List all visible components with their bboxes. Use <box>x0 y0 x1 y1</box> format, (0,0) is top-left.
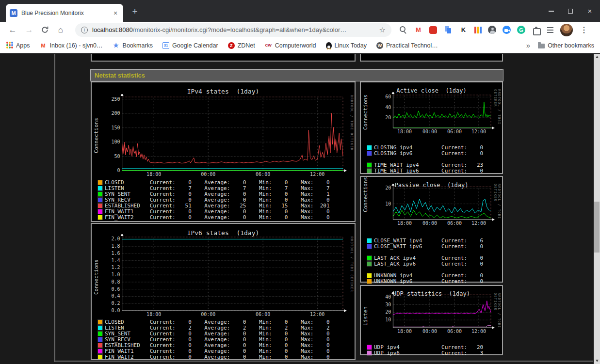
legend-text: TIME_WAIT ipv6 Current: 0 <box>374 168 483 174</box>
svg-text:00:00: 00:00 <box>201 312 215 317</box>
new-tab-button[interactable]: + <box>129 6 141 17</box>
svg-text:40: 40 <box>385 294 391 300</box>
legend-row: CLOSE_WAIT ipv4 Current: 6 <box>367 237 483 243</box>
stack-extension-icon[interactable] <box>474 27 482 33</box>
bookmarks-overflow-icon[interactable]: » <box>526 41 530 49</box>
udp-statistics-graph-panel: UDP statistics (1day) Listen 4030201018:… <box>360 285 503 355</box>
bookmark-item[interactable]: Linux Today <box>326 42 367 49</box>
scrollbar-thumb[interactable] <box>594 202 600 253</box>
grammarly-extension-icon[interactable]: G <box>517 26 525 34</box>
svg-text:12:00: 12:00 <box>310 312 324 317</box>
svg-text:0.4: 0.4 <box>112 293 120 299</box>
svg-text:1.2: 1.2 <box>112 265 120 270</box>
search-extension-icon[interactable] <box>398 25 407 34</box>
passive-close-graph-panel: Passive close (1day) Connections 201018:… <box>360 176 503 283</box>
svg-text:50: 50 <box>114 154 120 159</box>
close-window-button[interactable]: × <box>586 8 593 15</box>
legend-row: LISTEN Current: 7 Average: 7 Min: 7 Max:… <box>98 185 330 191</box>
legend-row: LAST_ACK ipv6 Current: 0 <box>367 261 483 267</box>
legend-swatch-icon <box>98 320 102 324</box>
back-icon[interactable]: ← <box>8 25 17 35</box>
svg-text:10: 10 <box>385 317 391 322</box>
svg-text:40: 40 <box>385 105 391 110</box>
active-close-graph[interactable]: 60402018:0000:0006:0012:00 <box>383 92 496 135</box>
legend-swatch-icon <box>367 262 372 266</box>
scroll-up-icon[interactable] <box>594 54 600 60</box>
address-bar[interactable]: i localhost:8080/monitorix-cgi/monitorix… <box>75 23 391 37</box>
svg-text:1.4: 1.4 <box>112 258 120 263</box>
apps-grid-icon <box>6 42 13 49</box>
legend-row: UDP ipv4 Current: 20 <box>367 344 483 350</box>
legend-row: CLOSE_WAIT ipv6 Current: 0 <box>367 243 483 249</box>
legend-row: SYN_SENT Current: 0 Average: 0 Min: 0 Ma… <box>98 191 330 197</box>
maximize-button[interactable] <box>567 8 574 15</box>
copy-pages-extension-icon[interactable] <box>443 25 453 34</box>
bookmark-label: Practical Technol… <box>386 42 438 49</box>
other-bookmarks-button[interactable]: Other bookmarks <box>538 42 594 49</box>
legend-swatch-icon <box>367 238 372 243</box>
reload-icon[interactable] <box>41 26 49 34</box>
browser-window: M Blue Precision Monitorix × + × ← → ⌂ i… <box>0 0 600 364</box>
minimize-button[interactable] <box>548 8 554 15</box>
rrdtool-credit: RRDTOOL / TOBI OETIKER <box>350 95 354 173</box>
svg-text:200: 200 <box>112 111 120 116</box>
tab-close-icon[interactable]: × <box>112 9 119 17</box>
legend-swatch-icon <box>367 163 372 167</box>
bookmark-item[interactable]: ZZDNet <box>228 42 255 49</box>
svg-text:06:00: 06:00 <box>256 312 270 317</box>
legend-row: UNKNOWN ipv4 Current: 0 <box>367 272 483 278</box>
home-icon[interactable]: ⌂ <box>56 25 65 35</box>
legend-swatch-icon <box>98 192 102 196</box>
ipv4-states-graph[interactable]: 25020015010050018:0000:0006:0012:00 <box>109 94 348 177</box>
other-bookmarks-label: Other bookmarks <box>548 42 594 49</box>
legend-swatch-icon <box>98 180 102 185</box>
bookmark-item[interactable]: WPractical Technol… <box>376 42 438 49</box>
bookmark-label: ZDNet <box>238 42 255 49</box>
graph-legend: CLOSE_WAIT ipv4 Current: 6CLOSE_WAIT ipv… <box>367 237 483 284</box>
legend-swatch-icon <box>367 273 372 278</box>
svg-text:18:00: 18:00 <box>146 312 161 317</box>
svg-text:18:00: 18:00 <box>397 129 412 134</box>
profile-avatar[interactable] <box>560 24 573 36</box>
url-text: localhost:8080/monitorix-cgi/monitorix.c… <box>92 26 375 33</box>
bookmark-item[interactable]: 31Google Calendar <box>162 42 218 49</box>
bookmark-label: Bookmarks <box>123 42 153 49</box>
legend-row: LISTEN Current: 2 Average: 2 Min: 2 Max:… <box>98 325 330 331</box>
legend-swatch-icon <box>367 279 372 284</box>
ipv6-states-graph[interactable]: 2.01.81.61.41.21.00.80.60.40.20.018:0000… <box>109 234 348 317</box>
page-content: Netstat statistics IPv4 states (1day) Co… <box>0 54 600 364</box>
person-extension-icon[interactable] <box>488 26 496 34</box>
bookmark-item[interactable]: CWComputerworld <box>265 42 316 49</box>
svg-text:10: 10 <box>385 201 391 206</box>
calendar-icon: 31 <box>162 42 169 49</box>
bookmark-item[interactable]: Apps <box>6 42 30 49</box>
zoom-camera-extension-icon[interactable] <box>503 26 511 34</box>
svg-text:0.6: 0.6 <box>112 286 120 292</box>
page-info-icon[interactable]: i <box>81 27 88 33</box>
forward-icon[interactable]: → <box>24 25 34 35</box>
svg-text:0.2: 0.2 <box>112 301 120 306</box>
y-axis-label: Connections <box>362 177 369 212</box>
legend-text: UNKNOWN ipv6 Current: 0 <box>374 278 483 285</box>
legend-swatch-icon <box>98 209 102 214</box>
scrollbar[interactable] <box>594 54 600 364</box>
bookmark-star-icon[interactable]: ☆ <box>379 26 386 34</box>
bookmark-item[interactable]: MInbox (16) - sjvn0… <box>40 42 103 49</box>
svg-text:0.8: 0.8 <box>112 279 120 285</box>
reading-list-extension-icon[interactable] <box>547 27 553 33</box>
passive-close-graph[interactable]: 201018:0000:0006:0012:00 <box>383 184 496 226</box>
y-axis-label: Connections <box>93 97 99 174</box>
browser-menu-icon[interactable]: ⋮ <box>580 25 588 34</box>
gmail-extension-icon[interactable]: M <box>414 25 423 34</box>
svg-text:06:00: 06:00 <box>447 221 462 226</box>
bookmark-label: Linux Today <box>335 42 367 49</box>
red-extension-icon[interactable] <box>429 26 437 34</box>
udp-statistics-graph[interactable]: 4030201018:0000:0006:0012:00 <box>383 292 496 334</box>
browser-tab[interactable]: M Blue Precision Monitorix × <box>6 4 123 22</box>
svg-text:18:00: 18:00 <box>397 329 412 334</box>
scroll-down-icon[interactable] <box>594 358 600 364</box>
rrdtool-credit: RRDTOOL / TOBI OETIKER <box>493 89 501 136</box>
k-extension-icon[interactable]: K <box>459 25 468 34</box>
bookmark-item[interactable]: ★Bookmarks <box>113 42 153 49</box>
puzzle-extension-icon[interactable] <box>532 25 541 34</box>
